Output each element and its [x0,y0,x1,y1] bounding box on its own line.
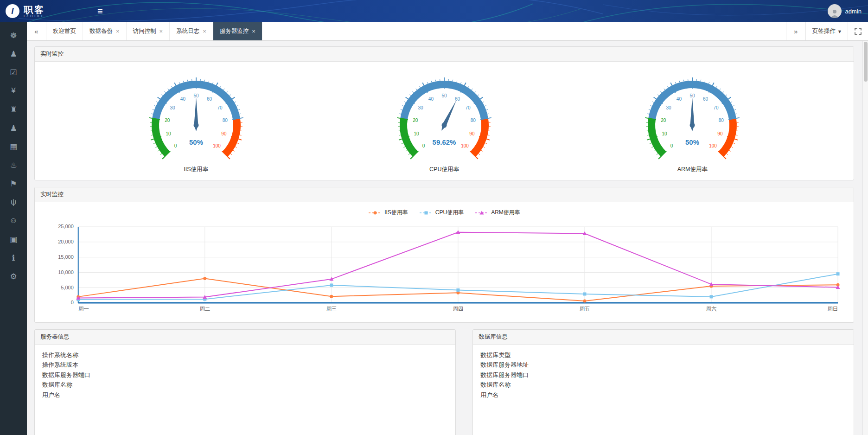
svg-text:80: 80 [222,118,228,123]
sidebar-item-scooter[interactable]: ☸ [0,26,27,45]
fullscreen-button[interactable] [848,22,868,40]
svg-text:30: 30 [170,105,175,110]
tabs-scroll-left-button[interactable]: « [27,22,46,40]
svg-text:50: 50 [690,93,696,98]
panel-title: 数据库信息 [473,330,854,345]
tab-label: 欢迎首页 [53,27,76,35]
sidebar-item-bank[interactable]: ♜ [0,100,27,119]
tab-label: 数据备份 [89,27,113,35]
panel-title: 实时监控 [35,47,854,62]
tab-close-icon[interactable]: × [116,28,120,35]
db-info-list: 数据库类型数据库服务器地址数据库服务器端口数据库名称用户名 [473,345,854,435]
svg-text:60: 60 [207,96,212,102]
tab-close-icon[interactable]: × [252,28,255,35]
team-icon: ♟ [10,123,17,133]
svg-text:100: 100 [461,143,469,148]
svg-text:40: 40 [677,96,682,102]
gauge-value: 59.62% [433,138,456,146]
legend-item-0[interactable]: IIS使用率 [368,209,408,217]
sidebar-item-sitemap[interactable]: ψ [0,193,27,211]
svg-text:20: 20 [165,118,170,123]
gauge-chart: 010203040506070809010050% [136,73,256,162]
server-info-list: 操作系统名称操作系统版本数据库服务器端口数据库名称用户名 [35,345,455,435]
panel-title: 服务器信息 [35,330,455,345]
legend-item-1[interactable]: CPU使用率 [419,209,464,217]
svg-text:90: 90 [221,131,227,136]
svg-text:0: 0 [670,143,673,148]
sitemap-icon: ψ [11,198,16,207]
sidebar-item-gears[interactable]: ⚙ [0,267,27,286]
sidebar-item-yen[interactable]: ¥ [0,82,27,100]
svg-text:70: 70 [465,105,471,110]
gauge-label: IIS使用率 [136,166,256,173]
tab-4[interactable]: 服务器监控× [213,22,262,40]
scooter-icon: ☸ [10,31,17,40]
sidebar-item-user-group[interactable]: ♟ [0,45,27,63]
line-chart-body: IIS使用率CPU使用率ARM使用率 05,00010,00015,00020,… [35,202,854,322]
panel-title: 实时监控 [35,187,854,202]
tabbar: « 欢迎首页数据备份×访问控制×系统日志×服务器监控× » 页签操作 ▾ [27,22,868,41]
sidebar-item-team[interactable]: ♟ [0,119,27,137]
tab-close-icon[interactable]: × [203,28,206,35]
bottom-row: 服务器信息 操作系统名称操作系统版本数据库服务器端口数据库名称用户名 数据库信息… [34,329,854,435]
svg-text:周日: 周日 [827,306,838,312]
sidebar-item-info[interactable]: ℹ [0,249,27,267]
yen-icon: ¥ [11,86,15,96]
svg-text:25,000: 25,000 [58,224,74,229]
menu-toggle-icon[interactable]: ≡ [97,0,103,22]
sidebar-item-briefcase[interactable]: ▦ [0,137,27,156]
info-row: 用户名 [42,390,448,400]
gears-icon: ⚙ [10,272,17,281]
svg-text:周六: 周六 [706,306,717,312]
info-row: 数据库服务器端口 [480,370,846,380]
svg-text:5,000: 5,000 [61,285,73,290]
user-menu[interactable]: admin [828,0,862,22]
sidebar-item-user[interactable]: ☺ [0,211,27,230]
svg-text:60: 60 [455,96,460,102]
svg-text:20: 20 [413,118,418,123]
info-row: 数据库名称 [42,380,448,390]
sidebar-item-graduation-cap[interactable]: ⚑ [0,174,27,193]
svg-text:80: 80 [471,118,476,123]
tab-label: 系统日志 [176,27,199,35]
tab-2[interactable]: 访问控制× [127,22,170,40]
main-content: 实时监控 010203040506070809010050%IIS使用率0102… [27,41,868,435]
svg-text:10: 10 [166,131,171,136]
gauge-chart: 010203040506070809010059.62% [384,73,504,162]
svg-text:20: 20 [661,118,667,123]
briefcase-icon: ▦ [10,142,17,152]
tab-strip: 欢迎首页数据备份×访问控制×系统日志×服务器监控× [46,22,786,40]
tab-1[interactable]: 数据备份× [83,22,127,40]
graduation-cap-icon: ⚑ [10,179,17,189]
brand-name: 职客 [24,5,45,14]
info-icon: ℹ [12,253,15,263]
sidebar-menu: ☸♟☑¥♜♟▦♨⚑ψ☺▣ℹ⚙ [0,22,27,286]
chart-legend: IIS使用率CPU使用率ARM使用率 [41,206,847,221]
sidebar-item-display[interactable]: ▣ [0,230,27,249]
legend-marker-icon [475,210,489,216]
svg-text:10: 10 [662,131,668,136]
topbar-decoration-curves [0,0,868,22]
tab-ops-button[interactable]: 页签操作 ▾ [805,22,848,40]
svg-text:90: 90 [718,131,723,136]
legend-label: IIS使用率 [384,209,408,217]
fullscreen-icon [855,28,862,35]
svg-text:周三: 周三 [326,306,337,312]
tabs-scroll-right-button[interactable]: » [786,22,805,40]
scrollbar-thumb[interactable] [864,42,868,82]
username: admin [845,8,862,15]
vertical-scrollbar[interactable] [862,41,868,435]
thermometer-icon: ♨ [10,160,17,170]
info-row: 操作系统版本 [42,360,448,370]
tab-3[interactable]: 系统日志× [170,22,213,40]
legend-item-2[interactable]: ARM使用率 [475,209,520,217]
tab-close-icon[interactable]: × [160,28,163,35]
tab-0[interactable]: 欢迎首页 [46,22,83,40]
brand-logo-icon: i [6,4,19,18]
svg-text:周四: 周四 [453,306,463,312]
sidebar-item-thermometer[interactable]: ♨ [0,156,27,174]
db-info-panel: 数据库信息 数据库类型数据库服务器地址数据库服务器端口数据库名称用户名 [472,329,854,435]
avatar [828,4,842,18]
svg-text:70: 70 [714,105,719,110]
sidebar-item-check-square[interactable]: ☑ [0,63,27,82]
